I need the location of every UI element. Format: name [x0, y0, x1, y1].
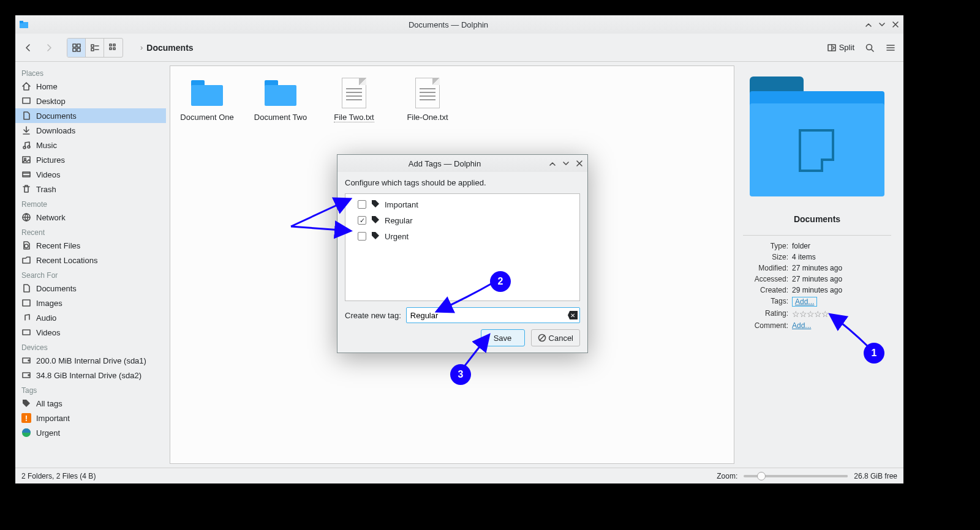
close-button[interactable]: [891, 20, 900, 29]
app-icon: [19, 20, 29, 29]
sidebar-item-all-tags[interactable]: All tags: [15, 396, 166, 411]
file-label: File-One.txt: [407, 113, 448, 122]
info-panel: Documents Type:folder Size:4 items Modif…: [734, 65, 900, 464]
toolbar: › Documents Split: [15, 34, 903, 62]
sidebar-item-recent-files[interactable]: Recent Files: [15, 238, 166, 253]
sidebar-header-recent: Recent: [15, 225, 166, 238]
sidebar-item-drive-sda2[interactable]: 34.8 GiB Internal Drive (sda2): [15, 368, 166, 383]
tag-label: Urgent: [385, 232, 409, 241]
clear-input-icon[interactable]: ✕: [568, 311, 578, 319]
svg-rect-5: [77, 48, 80, 51]
cancel-button[interactable]: Cancel: [531, 329, 580, 346]
svg-rect-8: [110, 44, 111, 46]
desktop-icon: [21, 96, 31, 106]
split-button[interactable]: Split: [823, 39, 858, 57]
tag-row[interactable]: Regular: [349, 212, 576, 228]
info-size: 4 items: [792, 253, 891, 261]
downloads-icon: [21, 125, 31, 135]
svg-rect-9: [113, 44, 115, 46]
sidebar-item-music[interactable]: Music: [15, 138, 166, 152]
trash-icon: [21, 184, 31, 194]
svg-point-18: [24, 159, 26, 160]
svg-point-13: [867, 44, 872, 50]
forward-button[interactable]: [40, 39, 58, 57]
sidebar-item-network[interactable]: Network: [15, 210, 166, 225]
menu-button[interactable]: [881, 39, 900, 57]
svg-rect-14: [23, 98, 30, 103]
breadcrumb-current[interactable]: Documents: [146, 43, 193, 53]
tag-checkbox[interactable]: [358, 216, 366, 225]
save-button[interactable]: Save: [481, 329, 525, 346]
svg-rect-23: [23, 330, 30, 335]
sidebar-item-home[interactable]: Home: [15, 79, 166, 94]
sidebar-item-drive-sda1[interactable]: 200.0 MiB Internal Drive (sda1): [15, 353, 166, 368]
compact-view-button[interactable]: [86, 39, 104, 57]
free-space: 26.8 GiB free: [854, 472, 897, 480]
sidebar-header-remote: Remote: [15, 196, 166, 210]
tag-checkbox[interactable]: [358, 232, 366, 241]
tag-checkbox[interactable]: [358, 200, 366, 209]
icons-view-button[interactable]: [67, 39, 86, 57]
sidebar-item-tag-important[interactable]: !Important: [15, 411, 166, 425]
sidebar-item-desktop[interactable]: Desktop: [15, 94, 166, 108]
create-tag-label: Create new tag:: [345, 311, 401, 320]
search-button[interactable]: [861, 39, 879, 57]
svg-rect-1: [20, 21, 23, 23]
status-summary: 2 Folders, 2 Files (4 B): [21, 472, 96, 480]
dialog-minimize-button[interactable]: [548, 159, 557, 168]
urgent-tag-icon: [21, 428, 31, 438]
dialog-hint: Configure which tags should be applied.: [345, 178, 580, 187]
tag-icon: [371, 231, 380, 242]
sidebar-item-recent-locations[interactable]: Recent Locations: [15, 253, 166, 267]
tag-label: Important: [385, 200, 418, 209]
dialog-close-button[interactable]: [575, 159, 584, 168]
add-comment-link[interactable]: Add...: [792, 321, 811, 330]
view-mode-group: [67, 38, 123, 58]
tag-row[interactable]: Important: [349, 196, 576, 212]
svg-rect-11: [113, 48, 115, 50]
separator: [743, 235, 891, 236]
svg-rect-10: [110, 48, 111, 50]
sidebar-header-places: Places: [15, 65, 166, 79]
sidebar-item-documents[interactable]: Documents: [15, 108, 166, 123]
zoom-slider[interactable]: [744, 475, 848, 477]
add-tags-link[interactable]: Add...: [792, 297, 817, 307]
music-icon: [21, 313, 31, 323]
statusbar: 2 Folders, 2 Files (4 B) Zoom: 26.8 GiB …: [15, 468, 903, 483]
documents-icon: [21, 111, 31, 121]
folder-preview-icon: [750, 77, 884, 196]
sidebar-item-pictures[interactable]: Pictures: [15, 152, 166, 167]
file-item[interactable]: Document Two: [251, 77, 310, 452]
file-label: Document Two: [254, 113, 307, 122]
dialog-maximize-button[interactable]: [562, 159, 570, 168]
drive-icon: [21, 370, 31, 380]
rating-stars[interactable]: ☆☆☆☆☆: [792, 309, 891, 319]
svg-rect-3: [77, 44, 80, 47]
sidebar-item-search-audio[interactable]: Audio: [15, 310, 166, 325]
sidebar-item-search-documents[interactable]: Documents: [15, 281, 166, 296]
minimize-button[interactable]: [864, 20, 873, 29]
create-tag-input[interactable]: [406, 307, 580, 323]
details-view-button[interactable]: [104, 39, 123, 57]
back-button[interactable]: [19, 39, 37, 57]
zoom-knob[interactable]: [757, 472, 766, 480]
cancel-icon: [538, 334, 546, 342]
sidebar-item-search-images[interactable]: Images: [15, 296, 166, 310]
svg-rect-4: [73, 48, 76, 51]
pictures-icon: [21, 298, 31, 308]
file-item[interactable]: Document One: [178, 77, 236, 452]
recent-locations-icon: [21, 255, 31, 265]
sidebar-item-tag-urgent[interactable]: Urgent: [15, 425, 166, 440]
pictures-icon: [21, 155, 31, 165]
sidebar-item-downloads[interactable]: Downloads: [15, 123, 166, 138]
drive-icon: [21, 356, 31, 365]
sidebar-item-trash[interactable]: Trash: [15, 182, 166, 196]
maximize-button[interactable]: [878, 20, 886, 29]
add-tags-dialog: Add Tags — Dolphin Configure which tags …: [337, 154, 588, 353]
sidebar-item-videos[interactable]: Videos: [15, 167, 166, 182]
sidebar-item-search-videos[interactable]: Videos: [15, 325, 166, 340]
tag-row[interactable]: Urgent: [349, 228, 576, 244]
text-file-icon: [337, 77, 371, 109]
breadcrumb[interactable]: › Documents: [137, 43, 194, 53]
info-modified: 27 minutes ago: [792, 264, 891, 272]
